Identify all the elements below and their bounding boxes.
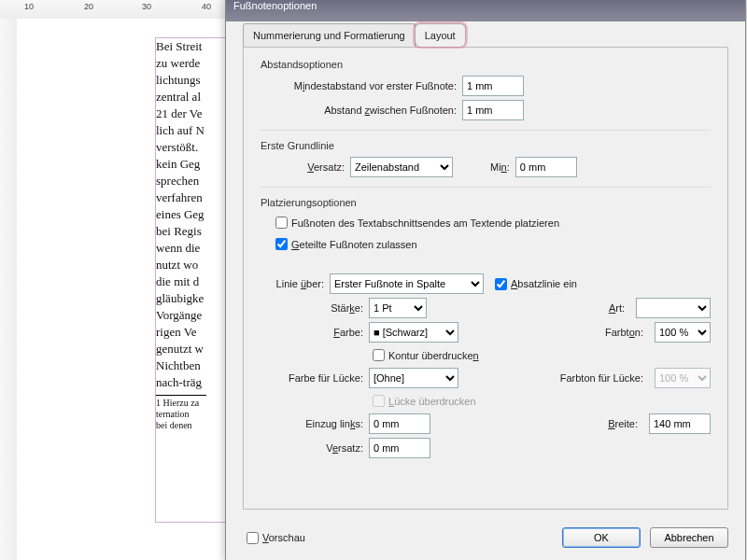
tab-numbering[interactable]: Nummerierung und Formatierung xyxy=(243,23,416,47)
place-at-end-checkbox[interactable] xyxy=(275,217,288,229)
overprint-stroke-checkbox[interactable] xyxy=(373,349,385,361)
min-before-input[interactable] xyxy=(462,76,524,96)
indent-label: Einzug links: xyxy=(261,418,369,429)
line-above-label: Linie über: xyxy=(261,278,330,289)
gap-tint-select: 100 % xyxy=(655,368,711,388)
place-at-end-label: Fußnoten des Textabschnittsendes am Text… xyxy=(291,217,559,229)
color-label: Farbe: xyxy=(261,327,369,338)
ok-button[interactable]: OK xyxy=(562,527,641,548)
footnote-rule xyxy=(156,395,206,396)
width-input[interactable] xyxy=(649,413,711,434)
button-bar: Vorschau OK Abbrechen xyxy=(243,527,728,548)
baseline-min-input[interactable] xyxy=(515,157,577,177)
offset2-label: Versatz: xyxy=(261,442,369,454)
offset-label: Versatz: xyxy=(261,161,350,173)
tint-select[interactable]: 100 % xyxy=(655,322,711,343)
spacing-header: Abstandsoptionen xyxy=(261,59,711,70)
rule-on-checkbox[interactable] xyxy=(495,278,507,290)
preview-checkbox[interactable] xyxy=(247,532,259,544)
baseline-min-label: Min: xyxy=(490,161,515,173)
baseline-header: Erste Grundlinie xyxy=(261,140,711,151)
offset2-input[interactable] xyxy=(369,438,430,458)
split-footnotes-label: Geteilte Fußnoten zulassen xyxy=(291,239,417,250)
gap-tint-label: Farbton für Lücke: xyxy=(560,372,649,384)
color-select[interactable]: ■ [Schwarz] xyxy=(369,322,458,343)
weight-select[interactable]: 1 Pt xyxy=(369,298,427,318)
overprint-stroke-label: Kontur überdrucken xyxy=(388,350,479,361)
layout-panel: Abstandsoptionen Mindestabstand vor erst… xyxy=(243,47,728,510)
between-label: Abstand zwischen Fußnoten: xyxy=(261,105,462,116)
width-label: Breite: xyxy=(608,418,643,429)
tab-bar: Nummerierung und Formatierung Layout xyxy=(243,23,465,47)
indent-input[interactable] xyxy=(369,413,430,434)
weight-label: Stärke: xyxy=(261,302,369,314)
line-above-select[interactable]: Erster Fußnote in Spalte xyxy=(330,273,484,294)
gap-color-select[interactable]: [Ohne] xyxy=(369,368,458,388)
type-label: Art: xyxy=(609,302,630,314)
tint-label: Farbton: xyxy=(605,327,649,338)
offset-select[interactable]: Zeilenabstand xyxy=(350,157,453,177)
rule-on-label: Absatzlinie ein xyxy=(511,278,577,289)
dialog-title: Fußnotenoptionen xyxy=(226,0,745,21)
overprint-gap-label: Lücke überdrucken xyxy=(388,396,476,407)
ruler-vertical xyxy=(0,19,18,560)
tab-layout[interactable]: Layout xyxy=(415,23,466,47)
gap-color-label: Farbe für Lücke: xyxy=(261,372,369,384)
split-footnotes-checkbox[interactable] xyxy=(275,238,288,250)
cancel-button[interactable]: Abbrechen xyxy=(650,527,728,548)
preview-label: Vorschau xyxy=(262,532,305,543)
placement-header: Platzierungsoptionen xyxy=(261,197,711,208)
footnote-options-dialog: Fußnotenoptionen Nummerierung und Format… xyxy=(225,0,746,560)
min-before-label: Mindestabstand vor erster Fußnote: xyxy=(261,80,462,91)
type-select[interactable] xyxy=(636,298,711,318)
overprint-gap-checkbox xyxy=(373,395,385,407)
between-input[interactable] xyxy=(462,100,524,120)
